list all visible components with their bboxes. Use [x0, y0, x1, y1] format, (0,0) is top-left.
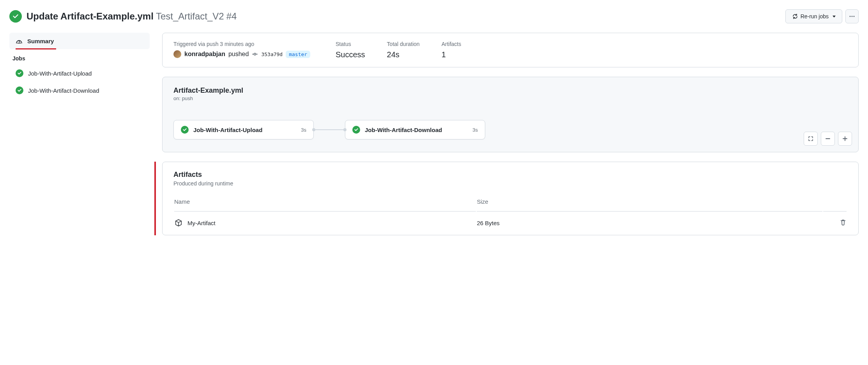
duration-label: Total duration — [387, 41, 420, 47]
artifacts-col-name: Name — [174, 189, 476, 210]
workflow-node-download[interactable]: Job-With-Artifact-Download 3s — [345, 120, 485, 139]
main-content: Triggered via push 3 minutes ago konradp… — [162, 33, 859, 235]
delete-artifact-button[interactable] — [840, 219, 847, 226]
artifacts-count-value[interactable]: 1 — [442, 50, 461, 59]
check-circle-icon — [16, 69, 23, 77]
minus-icon — [825, 136, 831, 142]
caret-down-icon — [833, 16, 836, 18]
sidebar-job-upload[interactable]: Job-With-Artifact-Upload — [9, 65, 150, 82]
jobs-heading: Jobs — [9, 49, 150, 65]
actor-name[interactable]: konradpabjan — [184, 51, 225, 58]
commit-sha[interactable]: 353a79d — [261, 51, 283, 57]
artifacts-section: Artifacts Produced during runtime Name S… — [162, 162, 859, 235]
artifacts-count-label: Artifacts — [442, 41, 461, 47]
svg-point-0 — [850, 16, 851, 17]
package-icon — [174, 219, 183, 227]
check-circle-icon — [16, 86, 23, 94]
svg-point-3 — [254, 53, 256, 55]
workflow-node-duration: 3s — [301, 127, 306, 133]
plus-icon — [842, 136, 848, 142]
meter-icon — [16, 37, 23, 44]
artifact-name[interactable]: My-Artifact — [187, 220, 216, 226]
git-commit-icon — [252, 51, 258, 57]
kebab-icon — [849, 13, 855, 19]
svg-point-2 — [854, 16, 855, 17]
artifacts-subtitle: Produced during runtime — [173, 180, 847, 187]
workflow-graph: Job-With-Artifact-Upload 3s Job-With-Art… — [173, 120, 847, 139]
sidebar-job-label: Job-With-Artifact-Download — [28, 87, 99, 94]
artifacts-col-size: Size — [477, 189, 822, 210]
summary-card: Triggered via push 3 minutes ago konradp… — [162, 33, 859, 67]
check-circle-icon — [352, 126, 360, 134]
workflow-edge — [314, 129, 345, 130]
page-title: Update Artifact-Example.yml Test_Artifac… — [27, 11, 237, 22]
workflow-trigger: on: push — [173, 95, 847, 101]
rerun-label: Re-run jobs — [801, 13, 829, 19]
sidebar-job-download[interactable]: Job-With-Artifact-Download — [9, 82, 150, 99]
rerun-jobs-button[interactable]: Re-run jobs — [785, 9, 842, 23]
avatar — [173, 50, 181, 58]
sidebar-job-label: Job-With-Artifact-Upload — [28, 70, 92, 77]
branch-badge[interactable]: master — [286, 51, 310, 58]
fullscreen-icon — [808, 136, 814, 142]
sidebar: Summary Jobs Job-With-Artifact-Upload Jo… — [9, 33, 150, 235]
svg-point-1 — [852, 16, 853, 17]
workflow-graph-card: Artifact-Example.yml on: push Job-With-A… — [162, 77, 859, 152]
status-label: Status — [336, 41, 365, 47]
sidebar-summary[interactable]: Summary — [9, 33, 150, 49]
status-value: Success — [336, 50, 365, 59]
run-name: Test_Artifact_V2 — [156, 11, 224, 22]
run-header: Update Artifact-Example.yml Test_Artifac… — [9, 6, 859, 33]
sync-icon — [792, 13, 798, 19]
workflow-node-duration: 3s — [472, 127, 478, 133]
action-verb: pushed — [228, 51, 249, 58]
check-circle-icon — [181, 126, 189, 134]
workflow-file-name[interactable]: Artifact-Example.yml — [173, 86, 847, 95]
run-number: #4 — [226, 11, 237, 22]
duration-value[interactable]: 24s — [387, 50, 420, 59]
workflow-node-label: Job-With-Artifact-Upload — [193, 127, 296, 133]
zoom-in-button[interactable] — [838, 132, 852, 146]
zoom-out-button[interactable] — [821, 132, 835, 146]
triggered-label: Triggered via push 3 minutes ago — [173, 41, 314, 47]
artifact-row: My-Artifact 26 Bytes — [174, 211, 847, 234]
kebab-menu-button[interactable] — [845, 9, 859, 23]
artifacts-title: Artifacts — [173, 171, 847, 179]
artifact-size: 26 Bytes — [477, 211, 822, 234]
fullscreen-button[interactable] — [804, 132, 818, 146]
trash-icon — [840, 219, 847, 226]
sidebar-summary-label: Summary — [27, 38, 54, 44]
workflow-name: Update Artifact-Example.yml — [27, 11, 154, 22]
check-circle-icon — [9, 10, 22, 23]
workflow-node-label: Job-With-Artifact-Download — [365, 127, 468, 133]
workflow-node-upload[interactable]: Job-With-Artifact-Upload 3s — [173, 120, 314, 139]
